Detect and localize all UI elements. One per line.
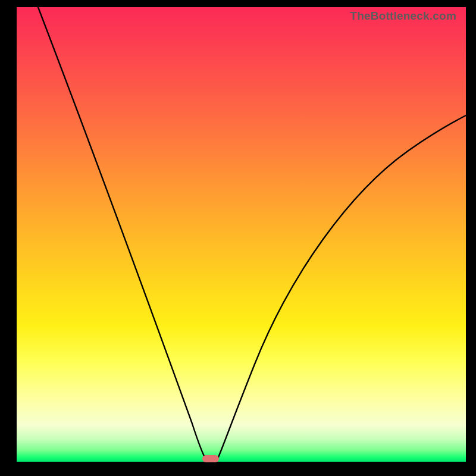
left-curve — [38, 7, 207, 461]
minimum-marker — [202, 455, 219, 462]
right-curve — [217, 115, 466, 461]
curve-layer — [17, 7, 466, 462]
chart-frame: TheBottleneck.com — [0, 0, 476, 476]
plot-area: TheBottleneck.com — [17, 7, 466, 462]
